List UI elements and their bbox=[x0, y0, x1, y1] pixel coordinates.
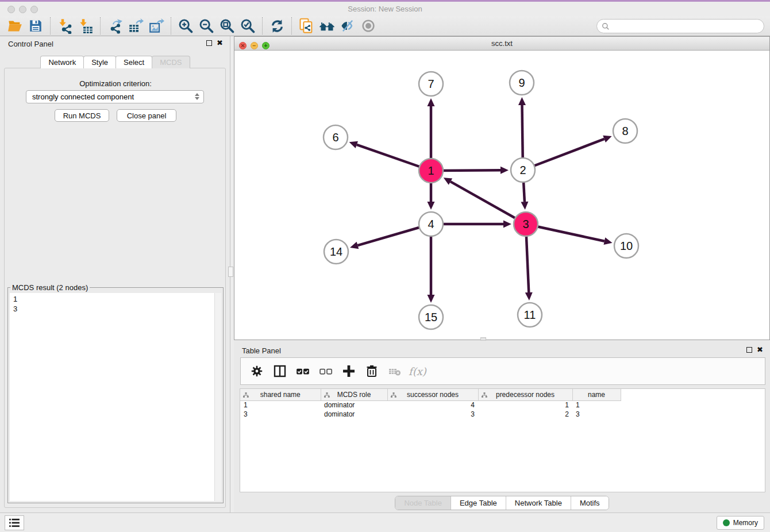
table-cell[interactable]: 1 bbox=[478, 400, 572, 410]
graph-edge-arrow-icon bbox=[503, 221, 511, 228]
zoom-out-icon[interactable] bbox=[196, 16, 217, 36]
import-table-icon[interactable] bbox=[75, 16, 96, 36]
graph-edge-arrow-icon bbox=[525, 292, 533, 300]
zoom-selected-icon[interactable] bbox=[237, 16, 258, 36]
run-mcds-button[interactable]: Run MCDS bbox=[55, 109, 109, 122]
export-image-icon[interactable] bbox=[146, 16, 167, 36]
window-zoom-button[interactable] bbox=[30, 6, 38, 13]
close-table-panel-icon[interactable]: ✖ bbox=[757, 346, 763, 353]
open-session-icon[interactable] bbox=[5, 16, 25, 36]
network-window-titlebar[interactable]: ✕−+ scc.txt bbox=[234, 37, 769, 51]
mcds-result-textarea[interactable]: 13 bbox=[10, 293, 221, 501]
mcds-panel: Optimization criterion: strongly connect… bbox=[4, 68, 226, 508]
column-header-predecessor-nodes[interactable]: predecessor nodes bbox=[478, 389, 572, 400]
memory-label: Memory bbox=[733, 519, 758, 527]
table-row[interactable]: 1dominator411 bbox=[240, 400, 621, 410]
graph-edge-arrow-icon bbox=[428, 202, 435, 210]
task-history-button[interactable] bbox=[5, 515, 24, 530]
table-cell[interactable]: 3 bbox=[572, 410, 621, 419]
export-table-icon[interactable] bbox=[125, 16, 146, 36]
home-icon[interactable] bbox=[317, 16, 337, 36]
tab-mcds[interactable]: MCDS bbox=[152, 56, 190, 68]
deselect-all-icon[interactable] bbox=[315, 361, 336, 381]
graph-edge-arrow-icon bbox=[518, 97, 526, 105]
export-network-icon[interactable] bbox=[105, 16, 125, 36]
tab-node-table[interactable]: Node Table bbox=[395, 496, 451, 510]
memory-status-icon bbox=[723, 519, 730, 526]
table-settings-gear-icon[interactable] bbox=[247, 361, 267, 381]
float-panel-icon[interactable] bbox=[206, 40, 212, 46]
column-header-shared-name[interactable]: shared name bbox=[240, 389, 321, 400]
network-maximize-icon[interactable]: + bbox=[262, 42, 270, 49]
float-table-panel-icon[interactable] bbox=[746, 347, 752, 353]
hierarchy-icon bbox=[482, 392, 487, 400]
apply-layout-icon[interactable] bbox=[267, 16, 287, 36]
column-header-successor-nodes[interactable]: successor nodes bbox=[387, 389, 478, 400]
splitter-grip[interactable] bbox=[228, 267, 233, 277]
network-resize-grip[interactable] bbox=[480, 337, 486, 341]
result-scrollbar[interactable] bbox=[214, 293, 221, 501]
network-minimize-icon[interactable]: − bbox=[251, 42, 258, 49]
criterion-select[interactable]: strongly connected component bbox=[26, 90, 204, 103]
vertical-splitter[interactable] bbox=[230, 36, 234, 512]
tab-style[interactable]: Style bbox=[83, 56, 116, 68]
graph-edge-arrow-icon bbox=[428, 98, 435, 106]
window-close-button[interactable] bbox=[7, 6, 15, 13]
graph-edge-arrow-icon bbox=[604, 237, 613, 245]
create-column-icon[interactable] bbox=[338, 361, 359, 381]
mcds-result-title: MCDS result (2 nodes) bbox=[10, 283, 90, 292]
close-panel-button[interactable]: Close panel bbox=[117, 109, 176, 122]
tab-motifs[interactable]: Motifs bbox=[571, 496, 609, 510]
clone-network-icon[interactable] bbox=[296, 16, 317, 36]
tab-network-table[interactable]: Network Table bbox=[506, 496, 571, 510]
search-field[interactable] bbox=[596, 19, 764, 33]
status-bar: Memory bbox=[0, 512, 770, 532]
tab-select[interactable]: Select bbox=[116, 56, 152, 68]
control-panel: Control Panel ✖ Network Style Select MCD… bbox=[0, 36, 230, 512]
graph-node-label: 3 bbox=[522, 218, 529, 230]
table-row[interactable]: 3dominator323 bbox=[240, 410, 621, 419]
tab-network[interactable]: Network bbox=[40, 56, 84, 68]
save-session-icon[interactable] bbox=[25, 16, 46, 36]
table-cell[interactable]: 2 bbox=[478, 410, 572, 419]
tab-edge-table[interactable]: Edge Table bbox=[451, 496, 506, 510]
table-cell[interactable]: 3 bbox=[387, 410, 478, 419]
delete-column-icon[interactable] bbox=[361, 361, 382, 381]
zoom-in-icon[interactable] bbox=[175, 16, 196, 36]
window-minimize-button[interactable] bbox=[19, 6, 26, 13]
table-cell[interactable]: dominator bbox=[321, 410, 387, 419]
network-window-title: scc.txt bbox=[234, 37, 769, 51]
search-input[interactable] bbox=[613, 22, 764, 30]
table-panel-title: Table Panel bbox=[242, 346, 281, 355]
table-cell[interactable]: 1 bbox=[240, 400, 321, 410]
graph-edge-arrow-icon bbox=[428, 295, 435, 303]
column-header-mcds-role[interactable]: MCDS role bbox=[321, 389, 387, 400]
show-columns-icon[interactable] bbox=[270, 361, 290, 381]
table-cell[interactable]: 3 bbox=[240, 410, 321, 419]
graph-edge-2-8[interactable] bbox=[523, 139, 605, 170]
graph-edge-3-1[interactable] bbox=[451, 182, 526, 224]
list-icon bbox=[9, 518, 20, 527]
graph-node-label: 1 bbox=[428, 164, 434, 177]
network-close-icon[interactable]: ✕ bbox=[239, 42, 247, 49]
result-line: 3 bbox=[13, 304, 218, 314]
zoom-fit-icon[interactable] bbox=[217, 16, 237, 36]
column-header-name[interactable]: name bbox=[572, 389, 621, 400]
show-eye-icon-disabled bbox=[358, 16, 379, 36]
graph-node-label: 14 bbox=[330, 245, 342, 258]
window-title: Session: New Session bbox=[0, 2, 770, 16]
select-all-icon[interactable] bbox=[292, 361, 313, 381]
graph-node-label: 4 bbox=[428, 218, 434, 230]
table-cell[interactable]: dominator bbox=[321, 400, 387, 410]
memory-button[interactable]: Memory bbox=[717, 516, 764, 530]
table-panel: Table Panel ✖ f(x) bbox=[234, 343, 770, 512]
table-cell[interactable]: 1 bbox=[572, 400, 621, 410]
close-panel-icon[interactable]: ✖ bbox=[217, 40, 223, 47]
optimization-criterion-label: Optimization criterion: bbox=[5, 79, 226, 88]
graph-node-label: 6 bbox=[332, 131, 338, 144]
network-canvas[interactable]: 7968124314101511 bbox=[234, 51, 769, 340]
hide-show-icon[interactable] bbox=[337, 16, 358, 36]
import-network-icon[interactable] bbox=[55, 16, 75, 36]
hierarchy-icon bbox=[243, 392, 249, 400]
table-cell[interactable]: 4 bbox=[387, 400, 478, 410]
